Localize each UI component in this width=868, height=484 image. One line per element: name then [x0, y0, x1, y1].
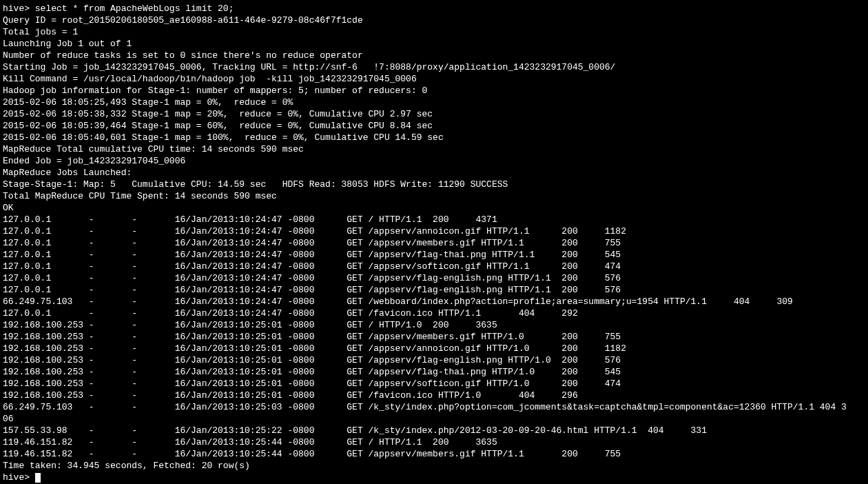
result-row: 66.249.75.103 - - 16/Jan/2013:10:25:03 -… — [3, 402, 847, 412]
result-row: 127.0.0.1 - - 16/Jan/2013:10:24:47 -0800… — [3, 226, 626, 236]
result-row: 127.0.0.1 - - 16/Jan/2013:10:24:47 -0800… — [3, 285, 621, 295]
result-row: 66.249.75.103 - - 16/Jan/2013:10:24:47 -… — [3, 296, 793, 307]
result-row: 127.0.0.1 - - 16/Jan/2013:10:24:47 -0800… — [3, 250, 621, 260]
result-row: 192.168.100.253 - - 16/Jan/2013:10:25:01… — [3, 343, 626, 354]
job-header-line: Total MapReduce CPU Time Spent: 14 secon… — [3, 191, 277, 201]
result-row: 06 — [3, 414, 14, 424]
result-row: 127.0.0.1 - - 16/Jan/2013:10:24:47 -0800… — [3, 238, 621, 248]
result-row: 192.168.100.253 - - 16/Jan/2013:10:25:01… — [3, 367, 621, 377]
result-row: 127.0.0.1 - - 16/Jan/2013:10:24:47 -0800… — [3, 261, 621, 272]
hive-prompt: hive> — [3, 3, 35, 14]
result-row: 127.0.0.1 - - 16/Jan/2013:10:24:47 -0800… — [3, 273, 621, 283]
result-row: 119.46.151.82 - - 16/Jan/2013:10:25:44 -… — [3, 437, 497, 447]
job-progress-line: 2015-02-06 18:05:40,601 Stage-1 map = 10… — [3, 132, 444, 143]
result-row: 192.168.100.253 - - 16/Jan/2013:10:25:01… — [3, 379, 621, 389]
result-row: 157.55.33.98 - - 16/Jan/2013:10:25:22 -0… — [3, 425, 707, 436]
job-header-line: Total jobs = 1 — [3, 27, 78, 37]
job-header-line: Launching Job 1 out of 1 — [3, 39, 132, 49]
result-row: 127.0.0.1 - - 16/Jan/2013:10:24:47 -0800… — [3, 308, 578, 319]
job-header-line: Starting Job = job_1423232917045_0006, T… — [3, 62, 615, 72]
job-header-line: Query ID = root_20150206180505_ae160988-… — [3, 15, 363, 26]
time-taken-line: Time taken: 34.945 seconds, Fetched: 20 … — [3, 461, 250, 471]
result-row: 119.46.151.82 - - 16/Jan/2013:10:25:44 -… — [3, 449, 621, 459]
cursor-icon — [35, 473, 41, 483]
job-header-line: Hadoop job information for Stage-1: numb… — [3, 85, 427, 96]
hive-prompt: hive> — [3, 472, 35, 483]
result-row: 127.0.0.1 - - 16/Jan/2013:10:24:47 -0800… — [3, 214, 497, 225]
result-row: 192.168.100.253 - - 16/Jan/2013:10:25:01… — [3, 355, 621, 365]
job-progress-line: 2015-02-06 18:05:25,493 Stage-1 map = 0%… — [3, 97, 293, 108]
terminal-output[interactable]: hive> select * from ApacheWebLogs limit … — [0, 0, 868, 483]
result-row: 192.168.100.253 - - 16/Jan/2013:10:25:01… — [3, 320, 497, 330]
result-row: 192.168.100.253 - - 16/Jan/2013:10:25:01… — [3, 332, 621, 342]
job-header-line: Ended Job = job_1423232917045_0006 — [3, 156, 185, 166]
result-row: 192.168.100.253 - - 16/Jan/2013:10:25:01… — [3, 390, 578, 401]
job-header-line: Kill Command = /usr/local/hadoop/bin/had… — [3, 74, 417, 84]
job-progress-line: 2015-02-06 18:05:39,464 Stage-1 map = 60… — [3, 121, 433, 131]
job-header-line: Number of reduce tasks is set to 0 since… — [3, 50, 363, 61]
query-command: select * from ApacheWebLogs limit 20; — [35, 3, 234, 14]
job-progress-line: 2015-02-06 18:05:38,332 Stage-1 map = 20… — [3, 109, 433, 119]
job-header-line: MapReduce Total cumulative CPU time: 14 … — [3, 144, 304, 154]
job-header-line: MapReduce Jobs Launched: — [3, 168, 132, 178]
job-header-line: Stage-Stage-1: Map: 5 Cumulative CPU: 14… — [3, 179, 508, 190]
ok-line: OK — [3, 203, 14, 213]
